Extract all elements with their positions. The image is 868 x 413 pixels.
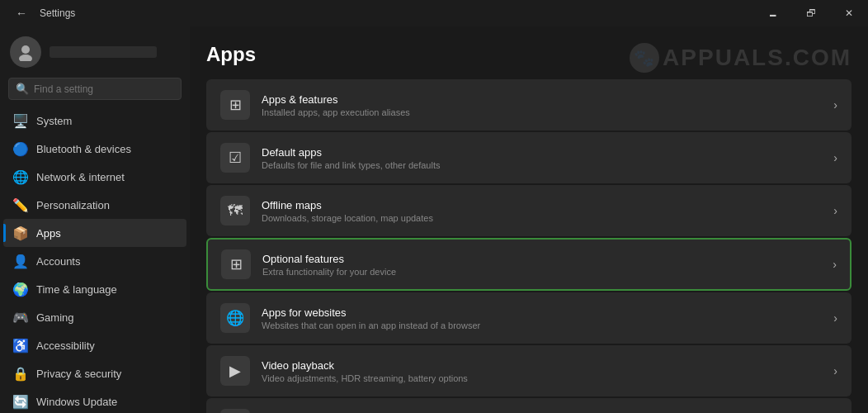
settings-title-apps-websites: Apps for websites <box>262 306 833 319</box>
nav-label-network: Network & internet <box>36 171 125 183</box>
settings-desc-default-apps: Defaults for file and link types, other … <box>262 160 833 170</box>
sidebar-item-apps[interactable]: 📦 Apps <box>3 219 186 247</box>
nav-label-privacy: Privacy & security <box>36 368 121 380</box>
nav-icon-network: 🌐 <box>13 169 28 184</box>
settings-item-default-apps[interactable]: ☑ Default apps Defaults for file and lin… <box>206 132 851 183</box>
settings-icon-apps-websites: 🌐 <box>220 303 250 333</box>
nav-icon-system: 🖥️ <box>13 113 28 128</box>
settings-desc-offline-maps: Downloads, storage location, map updates <box>262 213 833 223</box>
search-box[interactable]: 🔍 <box>8 78 182 100</box>
settings-text-optional-features: Optional features Extra functionality fo… <box>262 253 833 277</box>
sidebar-item-accessibility[interactable]: ♿ Accessibility <box>3 331 186 359</box>
nav-label-apps: Apps <box>36 227 61 240</box>
settings-desc-video-playback: Video adjustments, HDR streaming, batter… <box>262 373 833 383</box>
search-input[interactable] <box>34 83 174 95</box>
nav-icon-accessibility: ♿ <box>13 338 28 353</box>
sidebar-item-bluetooth[interactable]: 🔵 Bluetooth & devices <box>3 135 186 163</box>
nav-label-personalization: Personalization <box>36 199 110 211</box>
chevron-icon-apps-features: › <box>833 98 837 112</box>
settings-item-apps-websites[interactable]: 🌐 Apps for websites Websites that can op… <box>206 292 851 344</box>
nav-label-time: Time & language <box>36 283 117 296</box>
settings-item-video-playback[interactable]: ▶ Video playback Video adjustments, HDR … <box>206 345 851 396</box>
settings-title-optional-features: Optional features <box>262 253 833 265</box>
sidebar-item-gaming[interactable]: 🎮 Gaming <box>3 303 186 331</box>
sidebar-item-privacy[interactable]: 🔒 Privacy & security <box>3 359 186 387</box>
minimize-button[interactable]: 🗕 <box>754 0 792 26</box>
svg-point-1 <box>19 55 32 61</box>
avatar <box>10 36 41 68</box>
settings-text-apps-websites: Apps for websites Websites that can open… <box>262 306 833 330</box>
titlebar-title: Settings <box>40 7 75 19</box>
sidebar-item-accounts[interactable]: 👤 Accounts <box>3 247 186 275</box>
settings-title-offline-maps: Offline maps <box>262 199 833 211</box>
chevron-icon-video-playback: › <box>833 364 837 377</box>
nav-label-update: Windows Update <box>36 396 117 408</box>
settings-item-optional-features[interactable]: ⊞ Optional features Extra functionality … <box>206 238 851 291</box>
settings-item-apps-features[interactable]: ⊞ Apps & features Installed apps, app ex… <box>206 79 851 131</box>
settings-icon-offline-maps: 🗺 <box>220 196 250 225</box>
nav-icon-accounts: 👤 <box>13 254 28 268</box>
search-icon: 🔍 <box>16 83 29 95</box>
sidebar: 🔍 🖥️ System 🔵 Bluetooth & devices 🌐 Netw… <box>0 26 190 413</box>
sidebar-item-update[interactable]: 🔄 Windows Update <box>3 387 186 413</box>
settings-item-startup[interactable]: ⚡ Startup Apps that start automatically … <box>206 398 851 413</box>
settings-icon-default-apps: ☑ <box>220 143 250 173</box>
nav-icon-update: 🔄 <box>13 394 28 409</box>
settings-list: ⊞ Apps & features Installed apps, app ex… <box>206 79 851 413</box>
settings-icon-apps-features: ⊞ <box>220 90 250 120</box>
nav-label-bluetooth: Bluetooth & devices <box>36 143 131 155</box>
nav-icon-time: 🌍 <box>13 282 28 297</box>
nav-label-gaming: Gaming <box>36 311 74 324</box>
nav-icon-apps: 📦 <box>13 225 28 240</box>
main-layout: 🔍 🖥️ System 🔵 Bluetooth & devices 🌐 Netw… <box>0 26 868 413</box>
sidebar-item-network[interactable]: 🌐 Network & internet <box>3 163 186 191</box>
nav-icon-bluetooth: 🔵 <box>13 141 28 156</box>
settings-text-offline-maps: Offline maps Downloads, storage location… <box>262 199 833 223</box>
nav-list: 🖥️ System 🔵 Bluetooth & devices 🌐 Networ… <box>0 107 190 413</box>
nav-label-accounts: Accounts <box>36 255 80 268</box>
settings-title-default-apps: Default apps <box>262 146 833 159</box>
nav-label-system: System <box>36 115 72 127</box>
settings-desc-apps-features: Installed apps, app execution aliases <box>262 107 833 117</box>
settings-desc-optional-features: Extra functionality for your device <box>262 267 833 277</box>
settings-desc-apps-websites: Websites that can open in an app instead… <box>262 320 833 330</box>
svg-point-0 <box>21 45 30 54</box>
settings-icon-optional-features: ⊞ <box>221 249 251 279</box>
back-button[interactable]: ← <box>10 2 33 25</box>
sidebar-item-personalization[interactable]: ✏️ Personalization <box>3 191 186 219</box>
settings-title-apps-features: Apps & features <box>262 93 833 106</box>
settings-icon-startup: ⚡ <box>220 409 250 413</box>
user-section <box>0 30 190 78</box>
nav-label-accessibility: Accessibility <box>36 339 95 352</box>
restore-button[interactable]: 🗗 <box>792 0 830 26</box>
settings-icon-video-playback: ▶ <box>220 356 250 386</box>
chevron-icon-default-apps: › <box>833 151 837 164</box>
titlebar-controls: 🗕 🗗 ✕ <box>754 0 868 26</box>
close-button[interactable]: ✕ <box>830 0 868 26</box>
page-title: Apps <box>206 43 851 66</box>
nav-icon-privacy: 🔒 <box>13 366 28 381</box>
chevron-icon-offline-maps: › <box>833 204 837 217</box>
content-area: 🐾 APPUALS.COM Apps ⊞ Apps & features Ins… <box>190 26 868 413</box>
sidebar-item-system[interactable]: 🖥️ System <box>3 107 186 135</box>
settings-text-video-playback: Video playback Video adjustments, HDR st… <box>262 359 833 383</box>
titlebar: ← Settings 🗕 🗗 ✕ <box>0 0 868 26</box>
settings-text-default-apps: Default apps Defaults for file and link … <box>262 146 833 170</box>
chevron-icon-optional-features: › <box>833 258 837 271</box>
sidebar-item-time[interactable]: 🌍 Time & language <box>3 275 186 303</box>
nav-icon-personalization: ✏️ <box>13 197 28 212</box>
settings-title-video-playback: Video playback <box>262 359 833 372</box>
chevron-icon-apps-websites: › <box>833 311 837 325</box>
titlebar-left: ← Settings <box>10 2 75 25</box>
nav-icon-gaming: 🎮 <box>13 310 28 325</box>
user-name-bar <box>50 46 157 58</box>
settings-text-apps-features: Apps & features Installed apps, app exec… <box>262 93 833 117</box>
settings-item-offline-maps[interactable]: 🗺 Offline maps Downloads, storage locati… <box>206 185 851 236</box>
